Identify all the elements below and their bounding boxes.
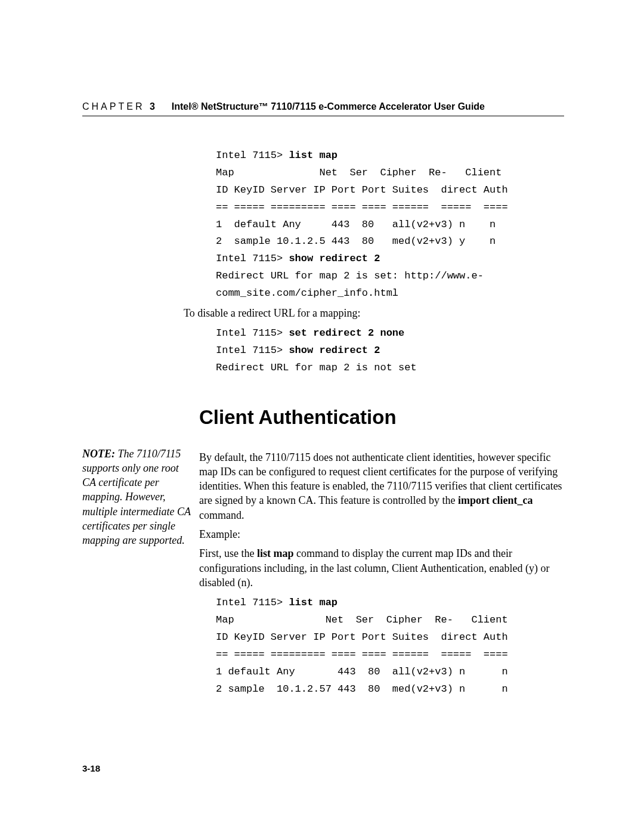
table-header-1: Map Net Ser Cipher Re- Client (216, 614, 508, 625)
chapter-number: 3 (150, 101, 155, 112)
table-header-1: Map Net Ser Cipher Re- Client (216, 167, 501, 178)
inline-command: import client_ca (458, 494, 532, 506)
body-text: To disable a redirect URL for a mapping: (184, 306, 564, 320)
table-row: 2 sample 10.1.2.57 443 80 med(v2+v3) n n (216, 683, 508, 695)
code-block-setredirect: Intel 7115> set redirect 2 none Intel 71… (216, 325, 564, 377)
margin-note: NOTE: The 7110/7115 supports only one ro… (82, 447, 199, 548)
chapter-label: CHAPTER 3 (82, 101, 155, 112)
command: list map (289, 150, 338, 161)
body-text: First, use the list map command to displ… (199, 546, 564, 590)
output: Redirect URL for map 2 is not set (216, 362, 417, 373)
output: Redirect URL for map 2 is set: http://ww… (216, 270, 484, 299)
command: list map (289, 597, 338, 608)
command: show redirect 2 (289, 253, 380, 264)
table-row: 2 sample 10.1.2.5 443 80 med(v2+v3) y n (216, 236, 496, 247)
prompt: Intel 7115> (216, 327, 289, 339)
prompt: Intel 7115> (216, 150, 289, 161)
chapter-word: CHAPTER (82, 101, 144, 112)
command: show redirect 2 (289, 345, 380, 356)
prompt: Intel 7115> (216, 597, 289, 608)
table-header-2: ID KeyID Server IP Port Port Suites dire… (216, 184, 508, 196)
running-header: CHAPTER 3 Intel® NetStructure™ 7110/7115… (82, 101, 564, 116)
section-heading: Client Authentication (199, 404, 564, 431)
body-text: Example: (199, 527, 564, 541)
note-body: The 7110/7115 supports only one root CA … (82, 448, 191, 547)
prompt: Intel 7115> (216, 345, 289, 356)
table-header-2: ID KeyID Server IP Port Port Suites dire… (216, 631, 508, 643)
table-separator: == ===== ========= ==== ==== ====== ====… (216, 202, 508, 213)
inline-command: list map (257, 547, 294, 559)
command: set redirect 2 none (289, 327, 404, 339)
code-block-listmap-2: Intel 7115> list map Map Net Ser Cipher … (216, 594, 564, 698)
code-block-listmap-1: Intel 7115> list map Map Net Ser Cipher … (216, 147, 564, 302)
table-separator: == ===== ========= ==== ==== ====== ====… (216, 649, 508, 660)
note-lead: NOTE: (82, 448, 115, 460)
table-row: 1 default Any 443 80 all(v2+v3) n n (216, 219, 496, 230)
prompt: Intel 7115> (216, 253, 289, 264)
table-row: 1 default Any 443 80 all(v2+v3) n n (216, 666, 508, 677)
body-text: By default, the 7110/7115 does not authe… (199, 450, 564, 522)
doc-title: Intel® NetStructure™ 7110/7115 e-Commerc… (172, 101, 485, 112)
page-number: 3-18 (82, 763, 100, 773)
